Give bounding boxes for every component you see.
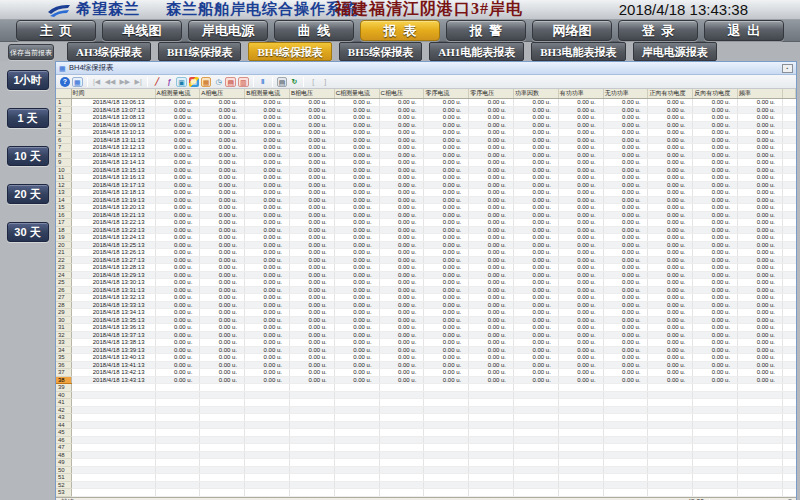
value-cell[interactable]: 0.00 u. (693, 301, 738, 309)
value-cell[interactable]: 0.00 u. (200, 151, 245, 159)
time-cell[interactable]: 2018/4/18 13:13:13 (71, 151, 155, 159)
time-cell[interactable]: 2018/4/18 13:15:13 (71, 166, 155, 174)
value-cell[interactable]: 0.00 u. (155, 234, 200, 242)
value-cell[interactable]: 0.00 u. (245, 286, 290, 294)
value-cell[interactable]: 0.00 u. (648, 219, 693, 227)
value-cell[interactable]: 0.00 u. (379, 279, 424, 287)
value-cell[interactable]: 0.00 u. (514, 294, 559, 302)
value-cell[interactable]: 0.00 u. (424, 324, 469, 332)
value-cell[interactable]: 0.00 u. (200, 249, 245, 257)
value-cell[interactable] (514, 436, 559, 444)
row-number-cell[interactable]: 1 (56, 99, 71, 107)
value-cell[interactable]: 0.00 u. (469, 129, 514, 137)
value-cell[interactable] (334, 466, 379, 474)
value-cell[interactable]: 0.00 u. (245, 211, 290, 219)
value-cell[interactable] (245, 459, 290, 467)
row-number-cell[interactable]: 6 (56, 136, 71, 144)
value-cell[interactable]: 0.00 u. (738, 136, 783, 144)
value-cell[interactable]: 0.00 u. (245, 241, 290, 249)
value-cell[interactable] (200, 414, 245, 422)
value-cell[interactable] (738, 444, 783, 452)
value-cell[interactable] (155, 406, 200, 414)
value-cell[interactable]: 0.00 u. (603, 301, 648, 309)
value-cell[interactable]: 0.00 u. (289, 361, 334, 369)
value-cell[interactable]: 0.00 u. (648, 316, 693, 324)
value-cell[interactable]: 0.00 u. (424, 241, 469, 249)
value-cell[interactable] (514, 466, 559, 474)
value-cell[interactable]: 0.00 u. (693, 279, 738, 287)
value-cell[interactable] (514, 481, 559, 489)
value-cell[interactable]: 0.00 u. (469, 219, 514, 227)
value-cell[interactable]: 0.00 u. (738, 106, 783, 114)
value-cell[interactable]: 0.00 u. (379, 151, 424, 159)
value-cell[interactable] (603, 399, 648, 407)
value-cell[interactable] (424, 466, 469, 474)
value-cell[interactable] (289, 459, 334, 467)
value-cell[interactable] (469, 451, 514, 459)
value-cell[interactable] (603, 459, 648, 467)
value-cell[interactable]: 0.00 u. (693, 121, 738, 129)
value-cell[interactable] (245, 421, 290, 429)
value-cell[interactable]: 0.00 u. (424, 211, 469, 219)
value-cell[interactable]: 0.00 u. (648, 249, 693, 257)
value-cell[interactable]: 0.00 u. (648, 361, 693, 369)
value-cell[interactable]: 0.00 u. (738, 264, 783, 272)
value-cell[interactable]: 0.00 u. (379, 301, 424, 309)
value-cell[interactable]: 0.00 u. (155, 354, 200, 362)
range-button-10d[interactable]: 10 天 (7, 146, 49, 166)
value-cell[interactable]: 0.00 u. (155, 166, 200, 174)
value-cell[interactable]: 0.00 u. (469, 189, 514, 197)
value-cell[interactable]: 0.00 u. (648, 279, 693, 287)
value-cell[interactable]: 0.00 u. (424, 286, 469, 294)
value-cell[interactable]: 0.00 u. (514, 174, 559, 182)
value-cell[interactable]: 0.00 u. (558, 316, 603, 324)
value-cell[interactable]: 0.00 u. (648, 121, 693, 129)
time-cell[interactable] (71, 451, 155, 459)
time-cell[interactable]: 2018/4/18 13:06:13 (71, 99, 155, 107)
value-cell[interactable] (693, 406, 738, 414)
value-cell[interactable] (334, 444, 379, 452)
value-cell[interactable] (245, 391, 290, 399)
value-cell[interactable]: 0.00 u. (379, 121, 424, 129)
value-cell[interactable]: 0.00 u. (424, 234, 469, 242)
value-cell[interactable] (648, 406, 693, 414)
value-cell[interactable] (603, 481, 648, 489)
value-cell[interactable]: 0.00 u. (155, 339, 200, 347)
value-cell[interactable] (200, 406, 245, 414)
value-cell[interactable] (155, 474, 200, 482)
tab-shore-power[interactable]: 岸电电源报表 (633, 42, 717, 61)
value-cell[interactable]: 0.00 u. (334, 376, 379, 384)
value-cell[interactable]: 0.00 u. (648, 181, 693, 189)
value-cell[interactable]: 0.00 u. (200, 279, 245, 287)
value-cell[interactable]: 0.00 u. (424, 294, 469, 302)
value-cell[interactable]: 0.00 u. (648, 309, 693, 317)
value-cell[interactable] (648, 489, 693, 497)
value-cell[interactable]: 0.00 u. (558, 354, 603, 362)
value-cell[interactable]: 0.00 u. (245, 271, 290, 279)
value-cell[interactable]: 0.00 u. (648, 151, 693, 159)
value-cell[interactable] (424, 436, 469, 444)
row-number-cell[interactable]: 25 (56, 279, 71, 287)
value-cell[interactable] (379, 384, 424, 392)
value-cell[interactable]: 0.00 u. (648, 99, 693, 107)
value-cell[interactable] (379, 399, 424, 407)
value-cell[interactable]: 0.00 u. (558, 369, 603, 377)
value-cell[interactable]: 0.00 u. (514, 106, 559, 114)
value-cell[interactable] (424, 429, 469, 437)
date-table-icon[interactable]: ▦ (201, 77, 212, 87)
value-cell[interactable] (558, 406, 603, 414)
value-cell[interactable]: 0.00 u. (469, 166, 514, 174)
value-cell[interactable]: 0.00 u. (245, 279, 290, 287)
value-cell[interactable]: 0.00 u. (514, 376, 559, 384)
value-cell[interactable]: 0.00 u. (738, 129, 783, 137)
value-cell[interactable]: 0.00 u. (469, 361, 514, 369)
value-cell[interactable]: 0.00 u. (245, 331, 290, 339)
value-cell[interactable]: 0.00 u. (648, 189, 693, 197)
value-cell[interactable]: 0.00 u. (155, 376, 200, 384)
value-cell[interactable]: 0.00 u. (424, 331, 469, 339)
value-cell[interactable]: 0.00 u. (558, 211, 603, 219)
value-cell[interactable]: 0.00 u. (603, 354, 648, 362)
value-cell[interactable] (558, 414, 603, 422)
value-cell[interactable]: 0.00 u. (424, 339, 469, 347)
value-cell[interactable]: 0.00 u. (469, 271, 514, 279)
